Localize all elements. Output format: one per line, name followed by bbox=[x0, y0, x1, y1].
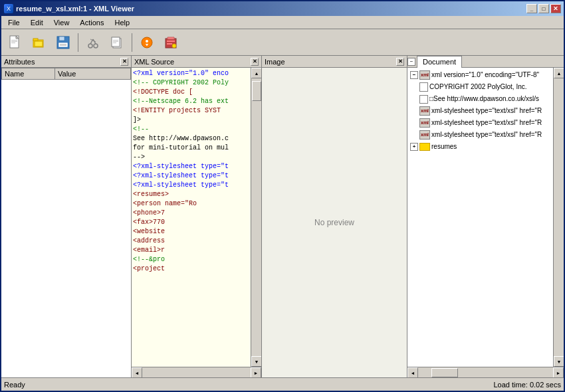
xml-line: <resumes> bbox=[133, 190, 249, 199]
toolbar bbox=[1, 29, 564, 56]
xml-scroll-right[interactable]: ► bbox=[251, 367, 261, 377]
tree-expand-icon[interactable]: + bbox=[410, 143, 418, 151]
main-content: Attributes ✕ Name Value bbox=[1, 56, 564, 377]
separator-2 bbox=[132, 33, 132, 52]
xml-scroll-down[interactable]: ▼ bbox=[251, 356, 261, 367]
document-body: −xml xml version="1.0" encoding="UTF-8" … bbox=[407, 68, 564, 367]
xml-source-close-button[interactable]: ✕ bbox=[251, 58, 259, 66]
status-ready: Ready bbox=[4, 381, 25, 389]
attributes-title: Attributes bbox=[4, 58, 35, 66]
xml-badge-icon: xml bbox=[419, 118, 430, 127]
open-button[interactable] bbox=[28, 32, 51, 53]
image-panel: Image ✕ No preview bbox=[262, 56, 407, 377]
attributes-table: Name Value bbox=[1, 68, 131, 80]
menu-actions[interactable]: Actions bbox=[74, 17, 109, 28]
image-header: Image ✕ bbox=[262, 56, 407, 68]
attributes-close-button[interactable]: ✕ bbox=[120, 58, 128, 66]
xml-line: ]> bbox=[133, 116, 249, 125]
svg-point-12 bbox=[88, 44, 92, 48]
tree-item[interactable]: xml xml-stylesheet type="text/xsl" href=… bbox=[409, 129, 552, 141]
tree-item[interactable]: xml xml-stylesheet type="text/xsl" href=… bbox=[409, 105, 552, 117]
app-window: X resume_w_xsl.xml:1 - XML Viewer _ □ ✕ … bbox=[0, 0, 565, 392]
tree-item-text: □See http://www.dpawson.co.uk/xsl/s bbox=[429, 94, 539, 104]
xml-badge-icon: xml bbox=[419, 130, 430, 139]
svg-rect-4 bbox=[11, 43, 15, 43]
minimize-button[interactable]: _ bbox=[526, 4, 537, 13]
tree-item-text: resumes bbox=[431, 142, 457, 152]
xml-scroll-left[interactable]: ◄ bbox=[132, 367, 142, 377]
doc-scroll-up[interactable]: ▲ bbox=[554, 68, 564, 78]
cut-button[interactable] bbox=[82, 32, 104, 53]
copy-button[interactable] bbox=[106, 32, 128, 53]
svg-marker-27 bbox=[168, 37, 174, 39]
menu-view[interactable]: View bbox=[49, 17, 75, 28]
image-close-button[interactable]: ✕ bbox=[396, 58, 404, 66]
svg-rect-6 bbox=[33, 39, 38, 41]
doc-scroll-right[interactable]: ► bbox=[553, 367, 564, 377]
tree-item[interactable]: + resumes bbox=[409, 141, 552, 153]
svg-rect-3 bbox=[11, 41, 17, 42]
new-button[interactable] bbox=[4, 32, 27, 53]
tree-item[interactable]: COPYRIGHT 2002 PolyGlot, Inc. bbox=[409, 81, 552, 93]
xml-source-header: XML Source ✕ bbox=[132, 56, 261, 68]
svg-rect-11 bbox=[60, 44, 66, 46]
tree-item[interactable]: −xml xml version="1.0" encoding="UTF-8" bbox=[409, 69, 552, 81]
title-bar: X resume_w_xsl.xml:1 - XML Viewer _ □ ✕ bbox=[1, 1, 564, 16]
doc-hscroll-thumb[interactable] bbox=[431, 368, 458, 377]
maximize-button[interactable]: □ bbox=[538, 4, 549, 13]
svg-rect-29 bbox=[167, 43, 172, 45]
xml-line: <email>r bbox=[133, 246, 249, 255]
tree-collapse-icon[interactable]: − bbox=[410, 71, 418, 79]
xml-scroll-track bbox=[251, 78, 261, 356]
doc-scroll-vertical[interactable]: ▲ ▼ bbox=[553, 68, 564, 367]
xml-line: <!-- COPYRIGHT 2002 Poly bbox=[133, 78, 249, 88]
document-tree[interactable]: −xml xml version="1.0" encoding="UTF-8" … bbox=[407, 68, 553, 367]
doc-scroll-track bbox=[554, 78, 564, 356]
menu-file[interactable]: File bbox=[3, 17, 25, 28]
separator-1 bbox=[78, 33, 78, 52]
svg-point-23 bbox=[146, 40, 148, 43]
xml-line: <?xml version="1.0" enco bbox=[133, 69, 249, 78]
tree-item[interactable]: □See http://www.dpawson.co.uk/xsl/s bbox=[409, 93, 552, 105]
menu-edit[interactable]: Edit bbox=[25, 17, 49, 28]
svg-point-13 bbox=[94, 44, 98, 48]
tree-item[interactable]: xml xml-stylesheet type="text/xsl" href=… bbox=[409, 117, 552, 129]
xml-scroll-up[interactable]: ▲ bbox=[251, 68, 261, 78]
menu-bar: File Edit View Actions Help bbox=[1, 16, 564, 29]
doc-hscroll-track bbox=[418, 367, 553, 377]
xml-line: <fax>770 bbox=[133, 218, 249, 227]
doc-icon bbox=[419, 82, 428, 92]
attributes-panel: Attributes ✕ Name Value bbox=[1, 56, 132, 377]
svg-rect-7 bbox=[35, 41, 43, 47]
transform-button[interactable] bbox=[160, 32, 182, 53]
folder-icon bbox=[419, 143, 430, 151]
xml-line: See http://www.dpawson.c bbox=[133, 134, 249, 144]
xml-scroll-vertical[interactable]: ▲ ▼ bbox=[251, 68, 261, 367]
svg-point-25 bbox=[146, 45, 148, 46]
attr-col-value: Value bbox=[55, 68, 131, 80]
validate-button[interactable] bbox=[136, 32, 158, 53]
xml-line: <!ENTITY projects SYST bbox=[133, 106, 249, 116]
document-collapse-button[interactable]: − bbox=[407, 58, 415, 66]
svg-rect-20 bbox=[113, 41, 118, 42]
xml-line: <!-- bbox=[133, 125, 249, 134]
svg-rect-24 bbox=[146, 44, 148, 45]
xml-line: <!DOCTYPE doc [ bbox=[133, 88, 249, 97]
tree-item-text: xml-stylesheet type="text/xsl" href="R bbox=[431, 106, 542, 116]
attributes-body: Name Value bbox=[1, 68, 131, 377]
xml-line: <?xml-stylesheet type="t bbox=[133, 171, 249, 181]
menu-help[interactable]: Help bbox=[109, 17, 135, 28]
doc-scroll-down[interactable]: ▼ bbox=[554, 356, 564, 367]
xml-source-content[interactable]: <?xml version="1.0" enco<!-- COPYRIGHT 2… bbox=[132, 68, 251, 367]
svg-rect-19 bbox=[113, 40, 118, 41]
close-button[interactable]: ✕ bbox=[550, 4, 561, 13]
xml-source-body: <?xml version="1.0" enco<!-- COPYRIGHT 2… bbox=[132, 68, 261, 367]
xml-line: <!--&pro bbox=[133, 255, 249, 264]
xml-line: <?xml-stylesheet type="t bbox=[133, 181, 249, 190]
document-header: − Document bbox=[407, 56, 564, 68]
xml-scroll-thumb[interactable] bbox=[252, 81, 261, 101]
document-tab[interactable]: Document bbox=[417, 56, 462, 68]
xml-line: <phone>7 bbox=[133, 209, 249, 218]
save-button[interactable] bbox=[52, 32, 74, 53]
doc-scroll-left[interactable]: ◄ bbox=[407, 367, 418, 377]
